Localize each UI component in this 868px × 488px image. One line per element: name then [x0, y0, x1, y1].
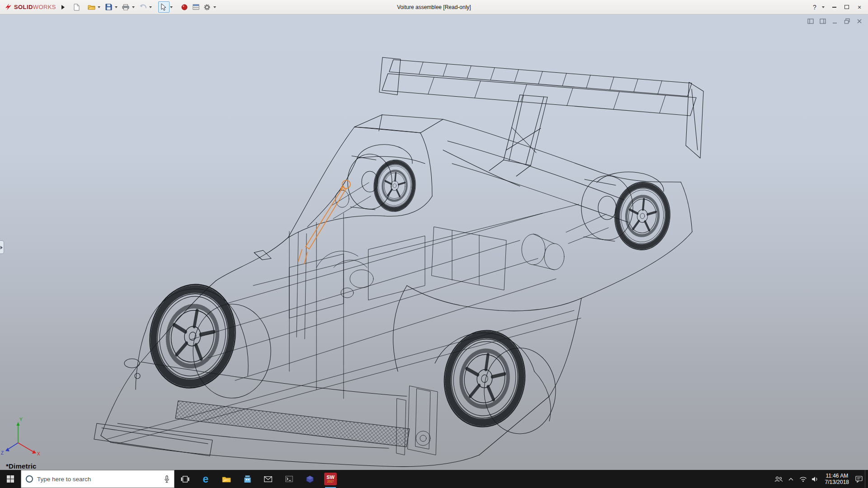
- quick-access-toolbar: [71, 1, 219, 13]
- doc-minimize-icon[interactable]: [832, 18, 838, 24]
- document-window-controls: [807, 18, 863, 24]
- taskbar-app-command-prompt[interactable]: [278, 470, 299, 488]
- toolbar-flyout-arrow-icon[interactable]: [61, 5, 65, 9]
- chevron-up-icon: [788, 478, 793, 481]
- pane-left-icon[interactable]: [807, 18, 814, 24]
- close-button[interactable]: ×: [854, 2, 865, 13]
- gear-icon: [203, 4, 211, 11]
- taskbar-app-edge[interactable]: e: [195, 470, 216, 488]
- front-left-wheel[interactable]: [142, 277, 271, 398]
- mail-icon: [264, 476, 272, 482]
- front-right-wheel[interactable]: [348, 154, 418, 213]
- table-icon: [193, 4, 199, 10]
- help-dropdown-icon[interactable]: [822, 6, 825, 8]
- select-dropdown-icon[interactable]: [170, 6, 173, 8]
- action-center-button[interactable]: [853, 470, 865, 488]
- taskbar-app-store[interactable]: [237, 470, 258, 488]
- rear-left-wheel[interactable]: [438, 325, 556, 434]
- open-dropdown-icon[interactable]: [98, 6, 100, 8]
- people-icon: [774, 476, 783, 482]
- system-tray: 11:46 AM 7/13/2018: [773, 470, 868, 488]
- windows-logo-icon: [7, 475, 14, 483]
- triad-y-label: Y: [19, 417, 23, 422]
- new-document-icon: [74, 4, 80, 11]
- help-button[interactable]: ?: [809, 2, 821, 13]
- start-button[interactable]: [0, 470, 21, 488]
- red-sphere-icon: [181, 4, 188, 10]
- show-desktop-button[interactable]: [865, 470, 868, 488]
- rear-wing[interactable]: [379, 57, 703, 176]
- print-dropdown-icon[interactable]: [132, 6, 135, 8]
- store-icon: [244, 475, 251, 483]
- orientation-triad: Y X Z: [1, 417, 40, 456]
- search-input[interactable]: [37, 476, 160, 483]
- rear-right-wheel[interactable]: [581, 176, 673, 252]
- minimize-button[interactable]: [828, 2, 840, 13]
- titlebar: SOLIDWORKS: [0, 0, 868, 14]
- graphics-viewport[interactable]: Y X Z: [0, 14, 868, 470]
- window-controls: ? ×: [809, 2, 865, 13]
- taskbar-search[interactable]: [21, 470, 175, 488]
- maximize-icon: [844, 5, 849, 9]
- xpress-tools-button[interactable]: [179, 1, 190, 13]
- taskbar-app-file-explorer[interactable]: [216, 470, 237, 488]
- triad-z-label: Z: [1, 450, 4, 455]
- feature-panel-expand-tab[interactable]: [0, 240, 4, 254]
- view-orientation-label: *Dimetric: [6, 462, 37, 470]
- windows-taskbar: e: [0, 470, 868, 488]
- new-document-button[interactable]: [71, 1, 82, 13]
- edge-icon: e: [203, 474, 209, 484]
- save-floppy-icon: [105, 4, 112, 10]
- save-button[interactable]: [103, 1, 114, 13]
- window-title: Voiture assemblee [Read-only]: [397, 4, 471, 10]
- maximize-button[interactable]: [841, 2, 853, 13]
- minimize-icon: [832, 7, 836, 8]
- select-tool-button[interactable]: [158, 1, 170, 13]
- print-icon: [122, 4, 129, 10]
- cube-app-icon: [306, 475, 314, 483]
- action-center-icon: [855, 476, 863, 483]
- car-wireframe-model[interactable]: [94, 57, 703, 467]
- tray-hidden-icons-button[interactable]: [785, 470, 797, 488]
- doc-restore-icon[interactable]: [844, 18, 850, 24]
- cortana-icon: [26, 475, 33, 483]
- solidworks-app-icon: SW 2017: [324, 473, 337, 485]
- file-explorer-icon: [222, 476, 231, 483]
- model-canvas[interactable]: Y X Z: [0, 14, 868, 470]
- solidworks-logo: SOLIDWORKS: [3, 3, 56, 11]
- undo-arrow-icon: [139, 4, 146, 10]
- taskbar-clock[interactable]: 11:46 AM 7/13/2018: [821, 470, 853, 488]
- save-dropdown-icon[interactable]: [115, 6, 118, 8]
- print-button[interactable]: [120, 1, 132, 13]
- task-view-button[interactable]: [175, 470, 195, 488]
- wifi-icon: [799, 476, 807, 482]
- task-view-icon: [181, 476, 189, 483]
- undo-button[interactable]: [137, 1, 149, 13]
- solidworks-logo-icon: [5, 3, 12, 11]
- select-cursor-icon: [161, 4, 166, 11]
- open-button[interactable]: [86, 1, 97, 13]
- undo-dropdown-icon[interactable]: [149, 6, 152, 8]
- tray-people-button[interactable]: [773, 470, 785, 488]
- screen: SOLIDWORKS: [0, 0, 868, 488]
- options-button[interactable]: [202, 1, 213, 13]
- open-folder-icon: [88, 4, 95, 10]
- tray-volume-button[interactable]: [809, 470, 821, 488]
- command-prompt-icon: [285, 476, 293, 482]
- clock-time: 11:46 AM: [826, 473, 848, 479]
- options-dropdown-icon[interactable]: [213, 6, 216, 8]
- taskbar-app-mail[interactable]: [258, 470, 278, 488]
- clock-date: 7/13/2018: [825, 479, 849, 485]
- pane-right-icon[interactable]: [820, 18, 826, 24]
- design-table-button[interactable]: [190, 1, 202, 13]
- taskbar-app-cad-viewer[interactable]: [299, 470, 320, 488]
- taskbar-app-solidworks[interactable]: SW 2017: [320, 470, 341, 488]
- doc-close-icon[interactable]: [856, 18, 863, 24]
- microphone-icon[interactable]: [164, 475, 170, 483]
- solidworks-wordmark: SOLIDWORKS: [14, 4, 56, 10]
- tray-network-button[interactable]: [797, 470, 809, 488]
- triad-x-label: X: [37, 451, 40, 456]
- speaker-icon: [811, 476, 819, 482]
